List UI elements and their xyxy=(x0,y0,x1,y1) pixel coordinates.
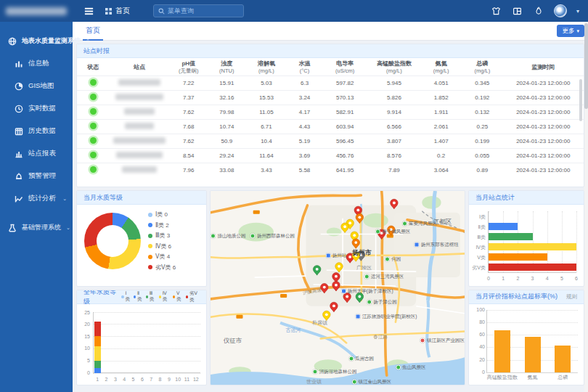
flame-icon[interactable] xyxy=(533,5,544,17)
monthly-station-panel: 当月站点统计 0123456Ⅰ类Ⅱ类Ⅲ类Ⅳ类Ⅴ类劣Ⅴ类 xyxy=(468,190,584,287)
metric-value: 7.96 xyxy=(169,163,208,178)
map-label: 江都区 xyxy=(433,218,452,226)
column-header: 站点 xyxy=(110,58,170,76)
app-logo xyxy=(0,0,73,22)
sidebar-item-alert-mgmt[interactable]: 预警管理 xyxy=(0,165,73,187)
table-row[interactable]: 7.6279.9811.054.17582.919.9141.9110.1322… xyxy=(77,105,584,120)
table-row[interactable]: 8.5429.2411.643.69456.768.5760.20.055202… xyxy=(77,149,584,163)
station-hbar-chart: 0123456Ⅰ类Ⅱ类Ⅲ类Ⅳ类Ⅴ类劣Ⅴ类 xyxy=(488,211,576,273)
table-row[interactable]: 7.9633.083.435.58641.957.893.0640.892024… xyxy=(77,163,584,178)
tabbar: 首页 更多▾ xyxy=(73,22,588,41)
table-row[interactable]: 7.6810.746.714.43603.946.5662.0610.25202… xyxy=(77,120,584,134)
search-input[interactable] xyxy=(168,7,239,15)
sidebar-item-info-hub[interactable]: 信息舱 xyxy=(0,52,73,75)
theme-icon[interactable] xyxy=(491,5,502,17)
metric-value: 3.43 xyxy=(246,163,287,178)
park-poi-icon xyxy=(312,369,317,375)
metric-value: 33.08 xyxy=(208,163,246,178)
legend-item[interactable]: Ⅱ类 xyxy=(134,290,143,303)
legend-item[interactable]: Ⅲ类 3 xyxy=(148,232,176,240)
park-poi-icon xyxy=(250,234,256,239)
metric-value: 4.17 xyxy=(287,105,322,120)
panel-corner-link[interactable]: 规则 xyxy=(566,293,577,301)
column-header: 总磷(mg/L) xyxy=(462,58,503,76)
sidebar-item-station-report[interactable]: 站点报表 xyxy=(0,142,73,165)
scrollbar-thumb[interactable] xyxy=(584,23,588,109)
park-poi-icon xyxy=(402,221,407,226)
map-label: 世业镇 xyxy=(306,378,322,385)
breadcrumb-home[interactable]: 首页 xyxy=(115,6,130,16)
map-label: 春江路 xyxy=(373,334,388,340)
station-name-redacted xyxy=(122,166,157,173)
legend-item[interactable]: 劣Ⅴ类 6 xyxy=(148,264,176,271)
map-label: 瓜洲古园 xyxy=(348,356,374,362)
column-header: 水温(°C) xyxy=(287,58,322,76)
metric-value: 8.54 xyxy=(169,149,208,163)
metric-value: 4.43 xyxy=(287,120,322,134)
sidebar-item-gis-map[interactable]: GIS地图 xyxy=(0,75,73,97)
legend-item[interactable]: Ⅴ类 4 xyxy=(148,253,176,261)
metric-value: 6.566 xyxy=(368,120,421,134)
menu-search[interactable] xyxy=(153,4,244,17)
chevron-down-icon[interactable]: ▾ xyxy=(576,8,579,15)
metric-value: 11.05 xyxy=(246,105,287,120)
column-header: 电导率(uS/cm) xyxy=(322,58,368,76)
park-poi-icon xyxy=(364,274,369,279)
column-header: 氨氮(mg/L) xyxy=(420,58,462,76)
station-name-redacted xyxy=(125,123,154,129)
chevron-up-icon: ⌃ xyxy=(86,38,90,44)
monitor-time: 2024-01-23 12:00:00 xyxy=(503,91,584,105)
legend-item[interactable]: Ⅴ类 xyxy=(173,290,183,303)
legend-item[interactable]: 劣Ⅴ类 xyxy=(186,290,200,303)
sidebar-root-label: 地表水质量监测系统 xyxy=(22,36,81,46)
monitor-time: 2024-01-23 12:00:00 xyxy=(503,105,584,120)
hbar xyxy=(489,243,576,250)
avatar[interactable] xyxy=(554,4,567,17)
breadcrumb[interactable]: 首页 xyxy=(105,6,130,16)
table-row[interactable]: 7.3732.1615.533.24570.135.8261.8520.1922… xyxy=(77,91,584,105)
metric-value: 50.9 xyxy=(208,134,246,149)
sidebar-item-label: 统计分析 xyxy=(28,194,56,203)
metric-value: 10.4 xyxy=(246,134,287,149)
legend-item[interactable]: Ⅳ类 6 xyxy=(148,242,176,250)
map-label: 扬州大学(扬子津校区) xyxy=(341,288,393,295)
legend-item[interactable]: Ⅳ类 xyxy=(159,290,170,303)
map-panel[interactable]: 扬州市江都区仪征市广陵区朴席镇世业镇古运河沪陕高速春江路扬州西部森林公园捺山地质… xyxy=(210,190,465,385)
metric-value: 641.95 xyxy=(322,163,368,178)
yearly-stacked-chart xyxy=(93,312,200,374)
vbar xyxy=(555,346,571,372)
legend-item[interactable]: Ⅲ类 xyxy=(146,290,156,303)
map-label: 扬子津公园 xyxy=(367,299,397,306)
metric-value: 582.91 xyxy=(322,105,368,120)
sidebar-item-label: 实时数据 xyxy=(28,104,56,113)
layout-icon[interactable] xyxy=(512,5,523,17)
metric-value: 603.94 xyxy=(322,120,368,134)
table-row[interactable]: 7.2215.915.036.3597.825.9454.0510.345202… xyxy=(77,76,584,91)
station-table: 状态站点pH值(无量纲)浊度(NTU)溶解氧(mg/L)水温(°C)电导率(uS… xyxy=(77,58,584,178)
map-label: 扬州站 xyxy=(326,253,347,259)
hamburger-icon[interactable] xyxy=(83,5,94,17)
legend-item[interactable]: Ⅰ类 0 xyxy=(148,211,176,219)
station-name-redacted xyxy=(116,152,163,158)
search-icon xyxy=(158,8,165,15)
legend-item[interactable]: Ⅱ类 2 xyxy=(148,221,176,229)
map-label: 沪陕高速 xyxy=(303,287,322,296)
sidebar-item-stats-analysis[interactable]: 统计分析 ⌄ xyxy=(0,187,73,210)
sidebar-root-base-mgmt[interactable]: 基础管理系统 ⌄ xyxy=(0,216,73,239)
metric-value: 8.576 xyxy=(368,149,421,163)
sidebar-root-surface-water[interactable]: 地表水质量监测系统 ⌃ xyxy=(0,30,73,52)
more-button[interactable]: 更多▾ xyxy=(557,25,584,37)
metric-value: 29.24 xyxy=(208,149,246,163)
metric-value: 15.91 xyxy=(208,76,246,91)
alarm-icon xyxy=(15,172,23,181)
sidebar-item-label: 站点报表 xyxy=(28,149,56,158)
table-scrollbar[interactable] xyxy=(579,79,582,121)
page-scrollbar[interactable] xyxy=(584,22,588,392)
sidebar-item-history-data[interactable]: 历史数据 xyxy=(0,120,73,142)
legend-item[interactable]: Ⅰ类 xyxy=(121,290,131,303)
metric-value: 0.345 xyxy=(462,76,503,91)
station-poi-icon xyxy=(341,289,346,294)
table-row[interactable]: 7.6250.910.45.19596.453.8071.4070.199202… xyxy=(77,134,584,149)
sidebar-item-realtime-data[interactable]: 实时数据 xyxy=(0,97,73,120)
pie-map-icon xyxy=(15,82,23,91)
